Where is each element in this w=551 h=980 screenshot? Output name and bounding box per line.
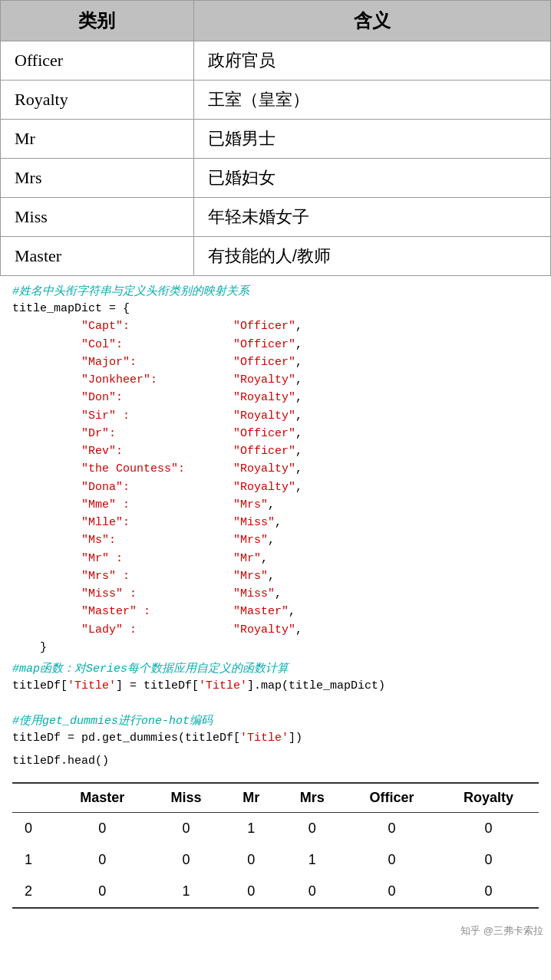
one-hot-table: MasterMissMrMrsOfficerRoyalty 0001000100… bbox=[12, 782, 539, 909]
data-col-header: Miss bbox=[149, 783, 223, 813]
table-cell-meaning: 有技能的人/教师 bbox=[193, 237, 550, 276]
table-cell: 1 bbox=[12, 844, 56, 876]
table-cell: 0 bbox=[438, 844, 539, 876]
code-comment-1: #姓名中头衔字符串与定义头衔类别的映射关系 bbox=[12, 284, 539, 298]
code-comment-2: #map函数：对Series每个数据应用自定义的函数计算 bbox=[12, 661, 539, 676]
code-line-2: titleDf['Title'] = titleDf['Title'].map(… bbox=[12, 677, 539, 695]
table-cell: 0 bbox=[56, 876, 149, 908]
table-cell-meaning: 政府官员 bbox=[193, 41, 550, 81]
data-col-header: Mr bbox=[223, 783, 279, 813]
table-cell: 0 bbox=[223, 876, 279, 908]
table-cell: 0 bbox=[345, 876, 438, 908]
table-cell: 1 bbox=[279, 844, 345, 876]
data-col-header: Officer bbox=[345, 783, 438, 813]
table-cell: 0 bbox=[223, 844, 279, 876]
table-row: 0001000 bbox=[12, 812, 539, 844]
code-comment-3: #使用get_dummies进行one-hot编码 bbox=[12, 713, 539, 728]
table-cell-category: Miss bbox=[1, 198, 194, 237]
table-cell-category: Royalty bbox=[1, 81, 194, 120]
data-col-header: Mrs bbox=[279, 783, 345, 813]
table-cell-category: Officer bbox=[1, 41, 194, 81]
code-block-dict: title_mapDict = { "Capt": "Officer", "Co… bbox=[12, 300, 539, 656]
data-col-header: Master bbox=[56, 783, 149, 813]
table-cell: 0 bbox=[149, 844, 223, 876]
table-cell: 0 bbox=[438, 812, 539, 844]
col-header-meaning: 含义 bbox=[193, 1, 550, 41]
data-table-section: MasterMissMrMrsOfficerRoyalty 0001000100… bbox=[0, 782, 551, 924]
table-cell: 0 bbox=[279, 876, 345, 908]
table-row: 1000100 bbox=[12, 844, 539, 876]
table-cell: 0 bbox=[149, 812, 223, 844]
code-line-3: titleDf = pd.get_dummies(titleDf['Title'… bbox=[12, 729, 539, 747]
table-cell-category: Mrs bbox=[1, 159, 194, 198]
table-cell-meaning: 年轻未婚女子 bbox=[193, 198, 550, 237]
code-line-4: titleDf.head() bbox=[12, 752, 539, 770]
table-cell: 2 bbox=[12, 876, 56, 908]
table-cell: 0 bbox=[56, 812, 149, 844]
table-cell: 0 bbox=[345, 812, 438, 844]
data-col-header bbox=[12, 783, 56, 813]
table-cell: 1 bbox=[149, 876, 223, 908]
title-definition-table: 类别 含义 Officer政府官员Royalty王室（皇室）Mr已婚男士Mrs已… bbox=[0, 0, 551, 276]
table-cell-category: Master bbox=[1, 237, 194, 276]
table-cell: 0 bbox=[438, 876, 539, 908]
code-section: #姓名中头衔字符串与定义头衔类别的映射关系 title_mapDict = { … bbox=[0, 276, 551, 782]
table-cell-meaning: 王室（皇室） bbox=[193, 81, 550, 120]
table-row: 2010000 bbox=[12, 876, 539, 908]
table-cell: 0 bbox=[12, 812, 56, 844]
table-cell: 1 bbox=[223, 812, 279, 844]
watermark: 知乎 @三弗卡索拉 bbox=[0, 924, 551, 941]
data-col-header: Royalty bbox=[438, 783, 539, 813]
col-header-category: 类别 bbox=[1, 1, 194, 41]
table-cell: 0 bbox=[56, 844, 149, 876]
table-cell-category: Mr bbox=[1, 120, 194, 159]
table-cell-meaning: 已婚妇女 bbox=[193, 159, 550, 198]
table-cell: 0 bbox=[279, 812, 345, 844]
table-cell: 0 bbox=[345, 844, 438, 876]
table-cell-meaning: 已婚男士 bbox=[193, 120, 550, 159]
